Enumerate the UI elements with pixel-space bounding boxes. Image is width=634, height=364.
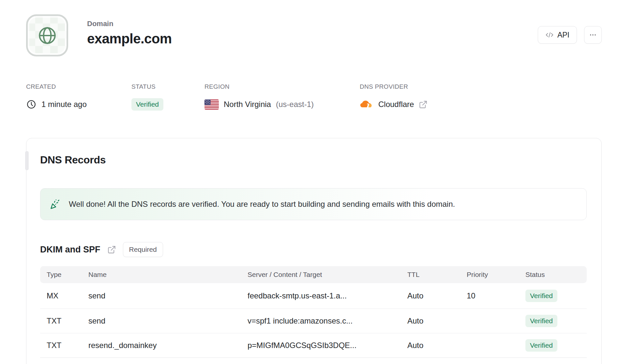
code-icon [545,31,554,39]
required-badge: Required [123,242,163,257]
table-row[interactable]: MX send feedback-smtp.us-east-1.a... Aut… [40,283,587,309]
record-ttl: Auto [407,316,467,326]
created-label: CREATED [26,83,131,90]
record-name: resend._domainkey [88,341,248,350]
created-value: 1 minute ago [41,100,87,109]
record-type: TXT [40,341,88,350]
meta-dns-provider: DNS PROVIDER Cloudflare [360,83,428,111]
record-type: MX [40,291,88,300]
record-ttl: Auto [407,341,467,350]
table-row[interactable]: TXT resend._domainkey p=MIGfMA0GCSqGSIb3… [40,333,587,358]
col-header-status: Status [525,271,587,279]
success-banner: Well done! All the DNS records are verif… [40,188,587,220]
col-header-name: Name [88,271,248,279]
record-type: TXT [40,316,88,326]
dns-records-card: DNS Records Well done! All the DNS recor… [26,138,602,364]
col-header-content: Server / Content / Target [248,271,407,279]
region-label: REGION [204,83,360,90]
col-header-type: Type [40,271,88,279]
record-name: send [88,291,248,300]
ellipsis-icon [589,31,597,39]
record-priority: 10 [467,291,525,300]
region-code: (us-east-1) [276,100,314,109]
external-link-icon[interactable] [419,100,428,109]
dkim-spf-section-head: DKIM and SPF Required [40,242,587,257]
col-header-priority: Priority [467,271,525,279]
record-status-badge: Verified [525,315,557,327]
success-message: Well done! All the DNS records are verif… [69,200,455,209]
dns-provider-label: DNS PROVIDER [360,83,428,90]
domain-detail-page: Domain example.com API CREATED [0,0,634,364]
region-name: North Virginia [224,100,271,109]
record-name: send [88,316,248,326]
cloudflare-icon [360,99,373,109]
globe-icon [37,25,58,46]
record-status-badge: Verified [525,290,557,302]
more-button[interactable] [584,26,602,44]
table-row[interactable]: TXT send v=spf1 include:amazonses.c... A… [40,309,587,333]
page-title: example.com [87,31,172,47]
domain-avatar [26,14,68,56]
external-link-icon[interactable] [107,245,116,254]
record-content: p=MIGfMA0GCSqGSIb3DQE... [248,341,407,350]
dns-records-table: Type Name Server / Content / Target TTL … [40,266,587,358]
meta-region: REGION [204,83,360,111]
page-kicker: Domain [87,20,172,28]
col-header-ttl: TTL [407,271,467,279]
meta-row: CREATED 1 minute ago STATUS Verified REG… [26,83,428,111]
record-status-badge: Verified [525,339,557,352]
api-button[interactable]: API [538,26,577,44]
dns-records-heading: DNS Records [40,154,587,166]
dns-provider-name: Cloudflare [378,100,414,109]
status-label: STATUS [131,83,204,90]
party-popper-icon [50,198,61,210]
meta-created: CREATED 1 minute ago [26,83,131,111]
record-content: v=spf1 include:amazonses.c... [248,316,407,326]
title-block: Domain example.com [87,20,172,47]
dkim-spf-heading: DKIM and SPF [40,245,100,255]
record-ttl: Auto [407,291,467,300]
api-button-label: API [557,31,569,39]
status-badge: Verified [131,98,163,111]
meta-status: STATUS Verified [131,83,204,111]
clock-icon [26,99,37,110]
table-header: Type Name Server / Content / Target TTL … [40,266,587,283]
section-indicator [25,151,29,170]
record-content: feedback-smtp.us-east-1.a... [248,291,407,300]
us-flag-icon [204,99,219,110]
header-actions: API [538,26,602,44]
